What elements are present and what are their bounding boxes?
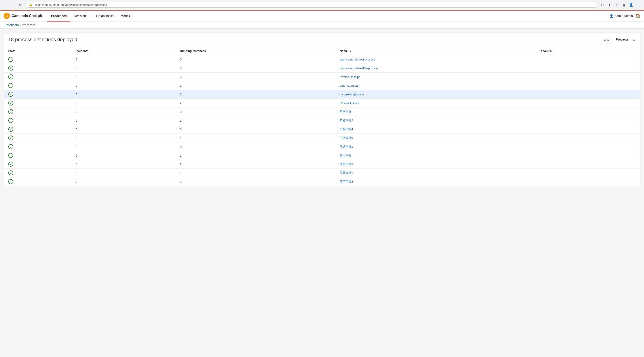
nav-processes[interactable]: Processes xyxy=(48,11,70,22)
cell-name[interactable]: my-project-process xyxy=(335,90,535,99)
app-nav: C Camunda Cockpit Processes Decisions Hu… xyxy=(0,10,644,22)
tab-previews[interactable]: Previews xyxy=(612,36,632,43)
cell-name[interactable]: 价格审批 xyxy=(335,108,535,116)
process-link[interactable]: Invoice Receipt xyxy=(340,75,360,79)
process-link[interactable]: bpm-camunda-test02-process xyxy=(340,67,378,70)
cell-tenant-id xyxy=(535,151,640,160)
cell-incidents: 0 xyxy=(71,134,176,142)
cell-name[interactable]: 候选审批1 xyxy=(335,142,535,151)
table-row: ✓02或签审批3 xyxy=(4,160,640,169)
cell-state: ✓ xyxy=(4,99,71,108)
col-name[interactable]: Name ▲ xyxy=(335,47,535,55)
process-table: State Incidents − Running Instances − Na… xyxy=(4,47,640,186)
cell-incidents: 0 xyxy=(71,160,176,169)
cell-tenant-id xyxy=(535,142,640,151)
process-link[interactable]: 价格审批 xyxy=(340,110,351,113)
user-icon: 👤 xyxy=(610,14,613,18)
process-link[interactable]: my-project-process xyxy=(340,93,364,96)
cell-running: 0 xyxy=(176,90,335,99)
back-button[interactable]: ← xyxy=(3,2,9,8)
cell-name[interactable]: 简单审批1 xyxy=(335,169,535,177)
col-incidents-sort: − xyxy=(90,50,92,52)
cell-running: 1 xyxy=(176,169,335,177)
col-running[interactable]: Running Instances − xyxy=(176,47,335,55)
cell-name[interactable]: Review Invoice xyxy=(335,99,535,108)
nav-human-tasks[interactable]: Human Tasks xyxy=(91,11,117,22)
cell-state: ✓ xyxy=(4,177,71,186)
cell-running: 6 xyxy=(176,73,335,81)
bookmark-button[interactable]: ☆ xyxy=(614,2,620,8)
cell-name[interactable]: 或签审批3 xyxy=(335,160,535,169)
panel-collapse-button[interactable]: ▲ xyxy=(632,38,636,42)
profile-button[interactable]: 👤 xyxy=(628,2,634,8)
col-running-sort: − xyxy=(208,50,209,52)
process-link[interactable]: 价格审批4 xyxy=(340,127,353,131)
cell-state: ✓ xyxy=(4,64,71,73)
forward-button[interactable]: → xyxy=(10,2,16,8)
process-link[interactable]: bpm-camunda-test-process xyxy=(340,58,375,61)
cell-name[interactable]: 简单审批2 xyxy=(335,177,535,186)
state-ok-icon: ✓ xyxy=(8,66,13,71)
user-name: admin Admin xyxy=(615,14,633,18)
process-link[interactable]: Loan Approval xyxy=(340,84,358,87)
logo-icon: C xyxy=(4,13,10,19)
state-ok-icon: ✓ xyxy=(8,170,13,175)
cell-name[interactable]: 价格审批2 xyxy=(335,116,535,125)
process-link[interactable]: 简单审批2 xyxy=(340,180,353,183)
breadcrumb-dashboard[interactable]: Dashboard xyxy=(4,23,19,27)
cell-tenant-id xyxy=(535,108,640,116)
col-incidents[interactable]: Incidents − xyxy=(71,47,176,55)
nav-decisions[interactable]: Decisions xyxy=(70,11,91,22)
home-icon[interactable]: 🏠 xyxy=(636,14,640,18)
tab-list[interactable]: List xyxy=(600,36,612,43)
share-button[interactable]: ⬆ xyxy=(606,2,613,8)
process-link[interactable]: 价格审批2 xyxy=(340,119,353,122)
cell-tenant-id xyxy=(535,177,640,186)
cell-name[interactable]: bpm-camunda-test-process xyxy=(335,55,535,64)
cell-running: 0 xyxy=(176,55,335,64)
process-link[interactable]: 或签审批3 xyxy=(340,162,353,166)
table-row: ✓06Invoice Receipt xyxy=(4,73,640,81)
col-incidents-label: Incidents xyxy=(76,49,88,53)
table-row: ✓00bpm-camunda-test02-process xyxy=(4,64,640,73)
cell-running: 0 xyxy=(176,64,335,73)
sidebar-button[interactable]: ▣ xyxy=(621,2,627,8)
state-ok-icon: ✓ xyxy=(8,179,13,184)
refresh-button[interactable]: ↻ xyxy=(17,2,23,8)
cell-name[interactable]: bpm-camunda-test02-process xyxy=(335,64,535,73)
cell-tenant-id xyxy=(535,116,640,125)
col-tenant-id[interactable]: Tenant ID − xyxy=(535,47,640,55)
process-link[interactable]: 价格审批6 xyxy=(340,136,353,140)
nav-right: 👤 admin Admin 🏠 xyxy=(610,14,640,18)
cell-incidents: 0 xyxy=(71,73,176,81)
table-row: ✓01简单审批2 xyxy=(4,177,640,186)
cell-incidents: 0 xyxy=(71,81,176,90)
process-link[interactable]: Review Invoice xyxy=(340,102,359,105)
process-panel: 18 process definitions deployed List Pre… xyxy=(4,32,640,186)
screenshot-button[interactable]: ⊡ xyxy=(599,2,606,8)
state-ok-icon: ✓ xyxy=(8,109,13,114)
col-tenant-id-sort: − xyxy=(554,50,556,52)
cell-name[interactable]: 多人审批 xyxy=(335,151,535,160)
main-content: 18 process definitions deployed List Pre… xyxy=(0,29,644,357)
cell-name[interactable]: Invoice Receipt xyxy=(335,73,535,81)
cell-incidents: 0 xyxy=(71,55,176,64)
table-row: ✓01价格审批6 xyxy=(4,134,640,142)
cell-name[interactable]: 价格审批4 xyxy=(335,125,535,134)
menu-button[interactable]: ⋮ xyxy=(635,2,641,8)
cell-state: ✓ xyxy=(4,160,71,169)
process-link[interactable]: 候选审批1 xyxy=(340,145,353,148)
cell-incidents: 0 xyxy=(71,64,176,73)
cell-incidents: 0 xyxy=(71,90,176,99)
cell-incidents: 0 xyxy=(71,151,176,160)
app-title: Camunda Cockpit xyxy=(12,14,42,18)
process-link[interactable]: 多人审批 xyxy=(340,154,351,157)
cell-name[interactable]: Loan Approval xyxy=(335,81,535,90)
state-ok-icon: ✓ xyxy=(8,136,13,140)
cell-tenant-id xyxy=(535,125,640,134)
process-link[interactable]: 简单审批1 xyxy=(340,171,353,174)
cell-name[interactable]: 价格审批6 xyxy=(335,134,535,142)
nav-more[interactable]: More ▾ xyxy=(117,11,134,22)
address-bar[interactable]: 🔒 localhost:8080/camunda/app/cockpit/def… xyxy=(25,2,598,8)
cell-tenant-id xyxy=(535,134,640,142)
